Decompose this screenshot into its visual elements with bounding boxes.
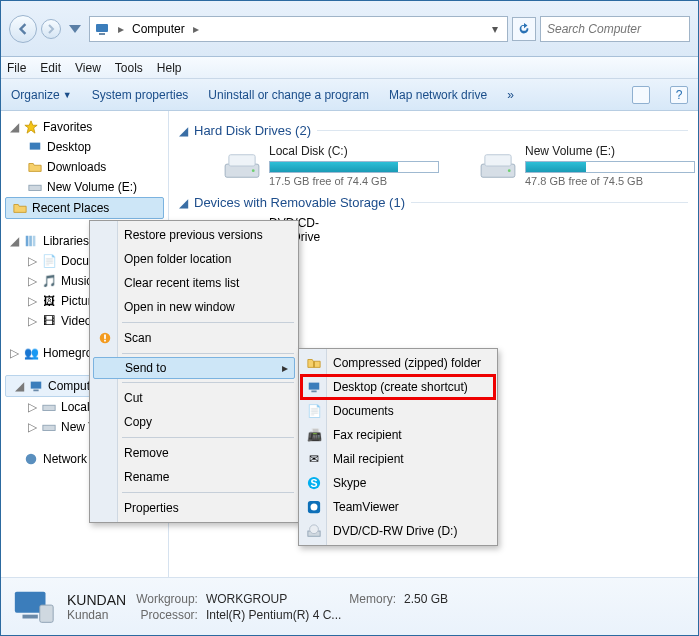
memory-value: 2.50 GB (404, 592, 448, 606)
svg-point-31 (311, 504, 318, 511)
address-dropdown[interactable]: ▾ (487, 21, 503, 37)
help-button[interactable]: ? (670, 86, 688, 104)
tree-desktop[interactable]: Desktop (1, 137, 168, 157)
svg-rect-7 (33, 236, 36, 247)
optical-drive-icon (306, 523, 322, 539)
command-bar: Organize ▼ System properties Uninstall o… (1, 79, 698, 111)
ctx-rename[interactable]: Rename (92, 465, 296, 489)
tree-favorites[interactable]: ◢ Favorites (1, 117, 168, 137)
ctx-properties[interactable]: Properties (92, 496, 296, 520)
removable-section-header[interactable]: ◢ Devices with Removable Storage (1) (179, 195, 688, 210)
svg-rect-8 (31, 382, 42, 389)
svg-rect-27 (311, 391, 316, 393)
ctx-restore-previous-versions[interactable]: Restore previous versions (92, 223, 296, 247)
scan-icon (97, 330, 113, 346)
svg-rect-36 (40, 605, 53, 622)
ctx-remove[interactable]: Remove (92, 441, 296, 465)
submenu-arrow-icon: ▸ (282, 361, 288, 375)
processor-value: Intel(R) Pentium(R) 4 C... (206, 608, 341, 622)
ctx-clear-recent-items[interactable]: Clear recent items list (92, 271, 296, 295)
menu-file[interactable]: File (7, 61, 26, 75)
ctx-send-to[interactable]: Send to▸ (93, 357, 295, 379)
hdd-section-header[interactable]: ◢ Hard Disk Drives (2) (179, 123, 688, 138)
ctx-open-folder-location[interactable]: Open folder location (92, 247, 296, 271)
svg-rect-23 (104, 335, 106, 339)
menu-tools[interactable]: Tools (115, 61, 143, 75)
desktop-icon (306, 379, 322, 395)
context-menu: Restore previous versions Open folder lo… (89, 220, 299, 523)
teamviewer-icon (306, 499, 322, 515)
nav-forward-button[interactable] (41, 19, 61, 39)
libraries-icon (23, 233, 39, 249)
svg-rect-9 (33, 390, 38, 392)
svg-rect-10 (43, 405, 55, 410)
breadcrumb-arrow: ▸ (114, 22, 128, 36)
menu-help[interactable]: Help (157, 61, 182, 75)
nav-history-dropdown[interactable] (65, 19, 85, 39)
tree-downloads[interactable]: Downloads (1, 157, 168, 177)
breadcrumb-computer[interactable]: Computer (132, 22, 185, 36)
refresh-button[interactable] (512, 17, 536, 41)
svg-rect-24 (104, 340, 106, 342)
details-pane: KUNDAN Kundan Workgroup: WORKGROUP Memor… (1, 577, 698, 635)
svg-rect-17 (485, 154, 511, 165)
separator (411, 202, 688, 203)
pictures-icon: 🖼 (41, 293, 57, 309)
drive-local-disk-c[interactable]: Local Disk (C:) 17.5 GB free of 74.4 GB (223, 144, 439, 187)
svg-rect-11 (43, 425, 55, 430)
organize-button[interactable]: Organize ▼ (11, 88, 72, 102)
separator (122, 382, 294, 383)
view-mode-button[interactable] (632, 86, 650, 104)
svg-rect-35 (23, 614, 38, 618)
system-properties-button[interactable]: System properties (92, 88, 189, 102)
homegroup-icon: 👥 (23, 345, 39, 361)
computer-icon (94, 21, 110, 37)
computer-name: KUNDAN (67, 592, 126, 608)
skype-icon: S (306, 475, 322, 491)
address-bar[interactable]: ▸ Computer ▸ ▾ (89, 16, 508, 42)
music-icon: 🎵 (41, 273, 57, 289)
toolbar-overflow[interactable]: » (507, 88, 514, 102)
sendto-teamviewer[interactable]: TeamViewer (301, 495, 495, 519)
svg-rect-3 (30, 143, 41, 150)
folder-icon (27, 159, 43, 175)
menu-edit[interactable]: Edit (40, 61, 61, 75)
sendto-compressed[interactable]: Compressed (zipped) folder (301, 351, 495, 375)
menu-bar: File Edit View Tools Help (1, 57, 698, 79)
ctx-scan[interactable]: Scan (92, 326, 296, 350)
ctx-copy[interactable]: Copy (92, 410, 296, 434)
svg-rect-6 (29, 236, 32, 247)
map-drive-button[interactable]: Map network drive (389, 88, 487, 102)
sendto-fax[interactable]: 📠Fax recipient (301, 423, 495, 447)
tree-recent-places[interactable]: Recent Places (5, 197, 164, 219)
drive-new-volume-e[interactable]: New Volume (E:) 47.8 GB free of 74.5 GB (479, 144, 695, 187)
computer-subline: Kundan (67, 608, 126, 622)
sendto-dvd-drive[interactable]: DVD/CD-RW Drive (D:) (301, 519, 495, 543)
tree-new-volume[interactable]: New Volume (E:) (1, 177, 168, 197)
ctx-open-new-window[interactable]: Open in new window (92, 295, 296, 319)
sendto-desktop-shortcut[interactable]: Desktop (create shortcut) (301, 375, 495, 399)
nav-back-button[interactable] (9, 15, 37, 43)
documents-icon: 📄 (41, 253, 57, 269)
workgroup-value: WORKGROUP (206, 592, 341, 606)
drive-icon (27, 179, 43, 195)
svg-point-12 (26, 454, 37, 465)
search-input[interactable] (547, 22, 683, 36)
svg-rect-0 (96, 24, 108, 32)
drive-icon (223, 151, 261, 181)
workgroup-label: Workgroup: (136, 592, 198, 606)
sendto-documents[interactable]: 📄Documents (301, 399, 495, 423)
svg-rect-26 (309, 383, 320, 390)
memory-label: Memory: (349, 592, 396, 606)
processor-label: Processor: (136, 608, 198, 622)
search-box[interactable] (540, 16, 690, 42)
menu-view[interactable]: View (75, 61, 101, 75)
sendto-mail[interactable]: ✉Mail recipient (301, 447, 495, 471)
collapse-icon: ◢ (179, 196, 188, 210)
ctx-cut[interactable]: Cut (92, 386, 296, 410)
uninstall-button[interactable]: Uninstall or change a program (208, 88, 369, 102)
svg-point-33 (310, 525, 319, 534)
sendto-skype[interactable]: SSkype (301, 471, 495, 495)
computer-icon (28, 378, 44, 394)
svg-rect-25 (313, 361, 315, 367)
